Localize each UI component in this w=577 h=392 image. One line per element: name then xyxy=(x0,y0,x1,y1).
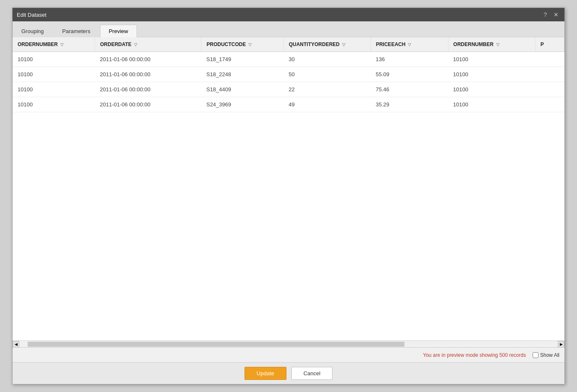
cell-quantityordered-row1: 50 xyxy=(283,67,371,82)
cell-ordernumber-row2: 10100 xyxy=(13,82,95,97)
show-all-label: Show All xyxy=(533,352,559,358)
cell-priceeach-row0: 136 xyxy=(371,52,448,67)
cell-productcode-row1: S18_2248 xyxy=(201,67,283,82)
dialog-title: Edit Dataset xyxy=(17,12,46,18)
col-header-ordernumber2[interactable]: ORDERNUMBER ▽ xyxy=(448,37,535,52)
cell-ordernumber2-row0: 10100 xyxy=(448,52,535,67)
cell-ordernumber-row1: 10100 xyxy=(13,67,95,82)
cell-quantityordered-row2: 22 xyxy=(283,82,371,97)
cell-orderdate-row2: 2011-01-06 00:00:00 xyxy=(95,82,201,97)
h-scroll-thumb[interactable] xyxy=(28,342,404,347)
cell-productcode-row0: S18_1749 xyxy=(201,52,283,67)
horizontal-scrollbar[interactable]: ◀ ▶ xyxy=(13,340,564,347)
table-row: 101002011-01-06 00:00:00S18_174930136101… xyxy=(13,52,564,67)
footer-bar: You are in preview mode showing 500 reco… xyxy=(13,347,564,362)
edit-dataset-dialog: Edit Dataset ? ✕ Grouping Parameters Pre… xyxy=(12,8,565,384)
cell-quantityordered-row0: 30 xyxy=(283,52,371,67)
cell-orderdate-row1: 2011-01-06 00:00:00 xyxy=(95,67,201,82)
cell-orderdate-row0: 2011-01-06 00:00:00 xyxy=(95,52,201,67)
close-button[interactable]: ✕ xyxy=(552,11,560,18)
tabs-bar: Grouping Parameters Preview xyxy=(13,21,564,37)
scroll-right-arrow[interactable]: ▶ xyxy=(558,341,564,348)
col-header-productcode[interactable]: PRODUCTCODE ▽ xyxy=(201,37,283,52)
preview-notice: You are in preview mode showing 500 reco… xyxy=(423,352,526,358)
filter-icon-quantityordered[interactable]: ▽ xyxy=(342,42,345,47)
cell-orderdate-row3: 2011-01-06 00:00:00 xyxy=(95,97,201,112)
cell-ordernumber-row0: 10100 xyxy=(13,52,95,67)
title-bar: Edit Dataset ? ✕ xyxy=(13,8,564,21)
cell-p-row0 xyxy=(535,52,564,67)
filter-icon-ordernumber2[interactable]: ▽ xyxy=(496,42,500,47)
table-row: 101002011-01-06 00:00:00S18_44092275.461… xyxy=(13,82,564,97)
cell-priceeach-row2: 75.46 xyxy=(371,82,448,97)
data-table: ORDERNUMBER ▽ ORDERDATE ▽ xyxy=(13,37,564,112)
cell-ordernumber2-row1: 10100 xyxy=(448,67,535,82)
table-header-row: ORDERNUMBER ▽ ORDERDATE ▽ xyxy=(13,37,564,52)
filter-icon-productcode[interactable]: ▽ xyxy=(248,42,252,47)
col-header-quantityordered[interactable]: QUANTITYORDERED ▽ xyxy=(283,37,371,52)
table-body: 101002011-01-06 00:00:00S18_174930136101… xyxy=(13,52,564,112)
cancel-button[interactable]: Cancel xyxy=(291,367,332,380)
cell-ordernumber2-row2: 10100 xyxy=(448,82,535,97)
update-button[interactable]: Update xyxy=(245,367,286,380)
col-header-ordernumber[interactable]: ORDERNUMBER ▽ xyxy=(13,37,95,52)
cell-productcode-row3: S24_3969 xyxy=(201,97,283,112)
table-container[interactable]: ORDERNUMBER ▽ ORDERDATE ▽ xyxy=(13,37,564,340)
cell-quantityordered-row3: 49 xyxy=(283,97,371,112)
cell-priceeach-row3: 35.29 xyxy=(371,97,448,112)
cell-p-row2 xyxy=(535,82,564,97)
filter-icon-priceeach[interactable]: ▽ xyxy=(408,42,411,47)
cell-p-row1 xyxy=(535,67,564,82)
table-row: 101002011-01-06 00:00:00S18_22485055.091… xyxy=(13,67,564,82)
cell-p-row3 xyxy=(535,97,564,112)
show-all-checkbox[interactable] xyxy=(533,352,538,358)
cell-productcode-row2: S18_4409 xyxy=(201,82,283,97)
bottom-buttons: Update Cancel xyxy=(13,362,564,384)
tab-preview[interactable]: Preview xyxy=(100,25,137,37)
col-header-p[interactable]: P xyxy=(535,37,564,52)
content-area: ORDERNUMBER ▽ ORDERDATE ▽ xyxy=(13,37,564,362)
cell-ordernumber-row3: 10100 xyxy=(13,97,95,112)
col-header-priceeach[interactable]: PRICEEACH ▽ xyxy=(371,37,448,52)
title-bar-controls: ? ✕ xyxy=(542,11,560,18)
help-button[interactable]: ? xyxy=(542,11,549,18)
cell-ordernumber2-row3: 10100 xyxy=(448,97,535,112)
filter-icon-orderdate[interactable]: ▽ xyxy=(134,42,137,47)
table-row: 101002011-01-06 00:00:00S24_39694935.291… xyxy=(13,97,564,112)
col-header-orderdate[interactable]: ORDERDATE ▽ xyxy=(95,37,201,52)
cell-priceeach-row1: 55.09 xyxy=(371,67,448,82)
scroll-left-arrow[interactable]: ◀ xyxy=(13,341,19,348)
tab-parameters[interactable]: Parameters xyxy=(53,25,99,37)
tab-grouping[interactable]: Grouping xyxy=(13,25,52,37)
filter-icon-ordernumber[interactable]: ▽ xyxy=(60,42,64,47)
